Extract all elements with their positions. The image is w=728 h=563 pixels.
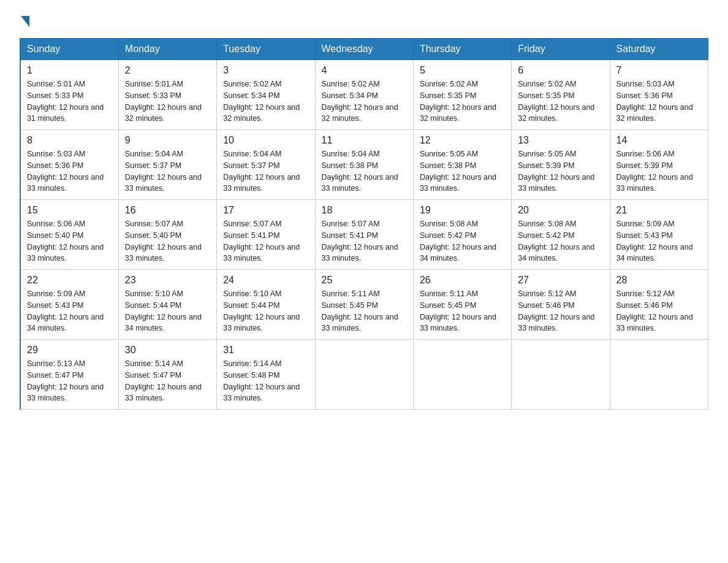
calendar-cell: [610, 340, 708, 410]
day-info: Sunrise: 5:04 AM Sunset: 5:37 PM Dayligh…: [223, 148, 308, 194]
day-number: 5: [420, 65, 505, 76]
calendar-cell: 7 Sunrise: 5:03 AM Sunset: 5:36 PM Dayli…: [610, 60, 708, 130]
day-number: 2: [125, 65, 210, 76]
day-number: 4: [322, 65, 407, 76]
day-number: 20: [518, 205, 603, 216]
calendar-cell: 8 Sunrise: 5:03 AM Sunset: 5:36 PM Dayli…: [20, 130, 118, 200]
calendar-cell: 29 Sunrise: 5:13 AM Sunset: 5:47 PM Dayl…: [20, 340, 118, 410]
day-info: Sunrise: 5:10 AM Sunset: 5:44 PM Dayligh…: [125, 288, 210, 334]
calendar-week-row: 15 Sunrise: 5:06 AM Sunset: 5:40 PM Dayl…: [20, 200, 708, 270]
day-info: Sunrise: 5:02 AM Sunset: 5:35 PM Dayligh…: [518, 79, 603, 124]
day-number: 17: [223, 205, 308, 216]
calendar-cell: 9 Sunrise: 5:04 AM Sunset: 5:37 PM Dayli…: [118, 130, 216, 200]
day-number: 6: [518, 65, 603, 76]
calendar-cell: 10 Sunrise: 5:04 AM Sunset: 5:37 PM Dayl…: [217, 130, 315, 200]
day-info: Sunrise: 5:08 AM Sunset: 5:42 PM Dayligh…: [420, 218, 505, 264]
day-number: 8: [27, 135, 112, 146]
day-info: Sunrise: 5:01 AM Sunset: 5:33 PM Dayligh…: [125, 79, 210, 124]
calendar-cell: 26 Sunrise: 5:11 AM Sunset: 5:45 PM Dayl…: [413, 270, 511, 340]
day-info: Sunrise: 5:14 AM Sunset: 5:47 PM Dayligh…: [125, 358, 210, 404]
calendar-cell: 27 Sunrise: 5:12 AM Sunset: 5:46 PM Dayl…: [512, 270, 610, 340]
day-number: 15: [27, 205, 112, 216]
calendar-cell: 16 Sunrise: 5:07 AM Sunset: 5:40 PM Dayl…: [118, 200, 216, 270]
weekday-header-saturday: Saturday: [610, 39, 708, 60]
weekday-header-row: SundayMondayTuesdayWednesdayThursdayFrid…: [20, 39, 708, 60]
calendar-cell: 25 Sunrise: 5:11 AM Sunset: 5:45 PM Dayl…: [315, 270, 413, 340]
logo-triangle-icon: [21, 16, 29, 27]
day-number: 23: [125, 275, 210, 286]
day-number: 22: [27, 275, 112, 286]
calendar-cell: 21 Sunrise: 5:09 AM Sunset: 5:43 PM Dayl…: [610, 200, 708, 270]
day-number: 11: [322, 135, 407, 146]
logo-text: [20, 15, 29, 27]
day-info: Sunrise: 5:05 AM Sunset: 5:39 PM Dayligh…: [518, 148, 603, 194]
calendar-cell: 19 Sunrise: 5:08 AM Sunset: 5:42 PM Dayl…: [413, 200, 511, 270]
calendar-cell: 30 Sunrise: 5:14 AM Sunset: 5:47 PM Dayl…: [118, 340, 216, 410]
calendar-cell: 31 Sunrise: 5:14 AM Sunset: 5:48 PM Dayl…: [217, 340, 315, 410]
day-info: Sunrise: 5:03 AM Sunset: 5:36 PM Dayligh…: [27, 148, 112, 194]
day-number: 21: [616, 205, 702, 216]
day-info: Sunrise: 5:04 AM Sunset: 5:37 PM Dayligh…: [125, 148, 210, 194]
day-info: Sunrise: 5:05 AM Sunset: 5:38 PM Dayligh…: [420, 148, 505, 194]
day-number: 18: [322, 205, 407, 216]
day-number: 1: [27, 65, 112, 76]
day-info: Sunrise: 5:12 AM Sunset: 5:46 PM Dayligh…: [616, 288, 702, 334]
day-info: Sunrise: 5:14 AM Sunset: 5:48 PM Dayligh…: [223, 358, 308, 404]
day-info: Sunrise: 5:01 AM Sunset: 5:33 PM Dayligh…: [27, 79, 112, 124]
calendar-week-row: 29 Sunrise: 5:13 AM Sunset: 5:47 PM Dayl…: [20, 340, 708, 410]
day-number: 25: [322, 275, 407, 286]
day-info: Sunrise: 5:06 AM Sunset: 5:39 PM Dayligh…: [616, 148, 702, 194]
day-number: 26: [420, 275, 505, 286]
day-info: Sunrise: 5:08 AM Sunset: 5:42 PM Dayligh…: [518, 218, 603, 264]
day-info: Sunrise: 5:11 AM Sunset: 5:45 PM Dayligh…: [420, 288, 505, 334]
day-info: Sunrise: 5:09 AM Sunset: 5:43 PM Dayligh…: [616, 218, 702, 264]
calendar-cell: 6 Sunrise: 5:02 AM Sunset: 5:35 PM Dayli…: [512, 60, 610, 130]
day-number: 16: [125, 205, 210, 216]
day-number: 9: [125, 135, 210, 146]
calendar-cell: 14 Sunrise: 5:06 AM Sunset: 5:39 PM Dayl…: [610, 130, 708, 200]
calendar-cell: [512, 340, 610, 410]
day-number: 12: [420, 135, 505, 146]
day-info: Sunrise: 5:03 AM Sunset: 5:36 PM Dayligh…: [616, 79, 702, 124]
day-number: 10: [223, 135, 308, 146]
calendar-cell: 24 Sunrise: 5:10 AM Sunset: 5:44 PM Dayl…: [217, 270, 315, 340]
day-info: Sunrise: 5:07 AM Sunset: 5:41 PM Dayligh…: [322, 218, 407, 264]
calendar-cell: 23 Sunrise: 5:10 AM Sunset: 5:44 PM Dayl…: [118, 270, 216, 340]
calendar-cell: 2 Sunrise: 5:01 AM Sunset: 5:33 PM Dayli…: [118, 60, 216, 130]
day-number: 29: [27, 345, 112, 356]
calendar-week-row: 8 Sunrise: 5:03 AM Sunset: 5:36 PM Dayli…: [20, 130, 708, 200]
calendar-cell: 1 Sunrise: 5:01 AM Sunset: 5:33 PM Dayli…: [20, 60, 118, 130]
day-number: 28: [616, 275, 702, 286]
day-info: Sunrise: 5:13 AM Sunset: 5:47 PM Dayligh…: [27, 358, 112, 404]
day-number: 13: [518, 135, 603, 146]
calendar-cell: 22 Sunrise: 5:09 AM Sunset: 5:43 PM Dayl…: [20, 270, 118, 340]
day-number: 31: [223, 345, 308, 356]
calendar-cell: 4 Sunrise: 5:02 AM Sunset: 5:34 PM Dayli…: [315, 60, 413, 130]
calendar-cell: 15 Sunrise: 5:06 AM Sunset: 5:40 PM Dayl…: [20, 200, 118, 270]
day-number: 27: [518, 275, 603, 286]
calendar-cell: [413, 340, 511, 410]
calendar-cell: 12 Sunrise: 5:05 AM Sunset: 5:38 PM Dayl…: [413, 130, 511, 200]
weekday-header-friday: Friday: [512, 39, 610, 60]
calendar-cell: 3 Sunrise: 5:02 AM Sunset: 5:34 PM Dayli…: [217, 60, 315, 130]
day-info: Sunrise: 5:04 AM Sunset: 5:38 PM Dayligh…: [322, 148, 407, 194]
logo: [20, 15, 29, 27]
weekday-header-wednesday: Wednesday: [315, 39, 413, 60]
day-info: Sunrise: 5:02 AM Sunset: 5:34 PM Dayligh…: [322, 79, 407, 124]
day-number: 7: [616, 65, 702, 76]
calendar-week-row: 22 Sunrise: 5:09 AM Sunset: 5:43 PM Dayl…: [20, 270, 708, 340]
day-info: Sunrise: 5:02 AM Sunset: 5:35 PM Dayligh…: [420, 79, 505, 124]
weekday-header-monday: Monday: [118, 39, 216, 60]
calendar-cell: 28 Sunrise: 5:12 AM Sunset: 5:46 PM Dayl…: [610, 270, 708, 340]
page-header: [20, 15, 708, 27]
day-number: 3: [223, 65, 308, 76]
day-info: Sunrise: 5:02 AM Sunset: 5:34 PM Dayligh…: [223, 79, 308, 124]
calendar-cell: 5 Sunrise: 5:02 AM Sunset: 5:35 PM Dayli…: [413, 60, 511, 130]
calendar-cell: 18 Sunrise: 5:07 AM Sunset: 5:41 PM Dayl…: [315, 200, 413, 270]
calendar-cell: 13 Sunrise: 5:05 AM Sunset: 5:39 PM Dayl…: [512, 130, 610, 200]
day-info: Sunrise: 5:09 AM Sunset: 5:43 PM Dayligh…: [27, 288, 112, 334]
day-info: Sunrise: 5:07 AM Sunset: 5:41 PM Dayligh…: [223, 218, 308, 264]
weekday-header-thursday: Thursday: [413, 39, 511, 60]
calendar-cell: [315, 340, 413, 410]
weekday-header-tuesday: Tuesday: [217, 39, 315, 60]
